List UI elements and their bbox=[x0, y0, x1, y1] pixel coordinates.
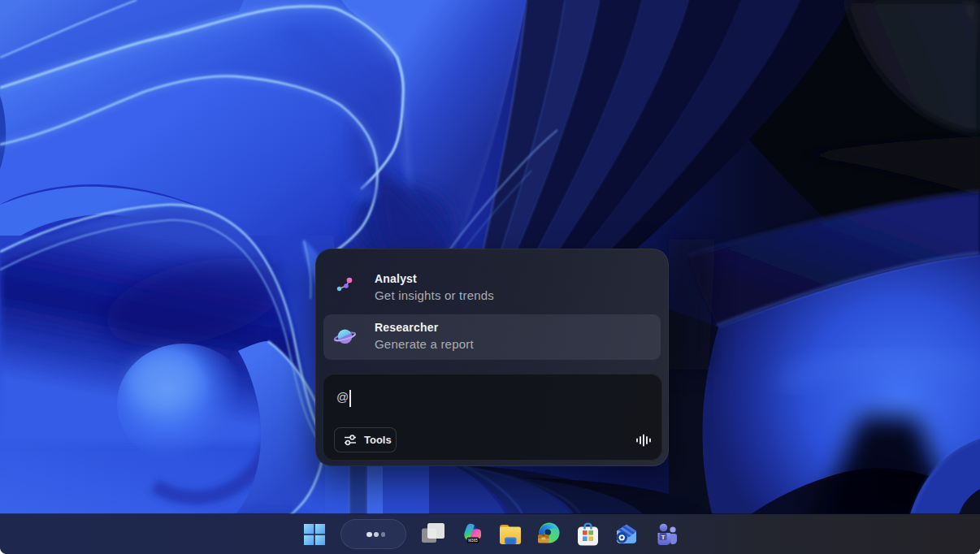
svg-text:M365: M365 bbox=[468, 539, 478, 543]
svg-text:T: T bbox=[661, 534, 666, 541]
